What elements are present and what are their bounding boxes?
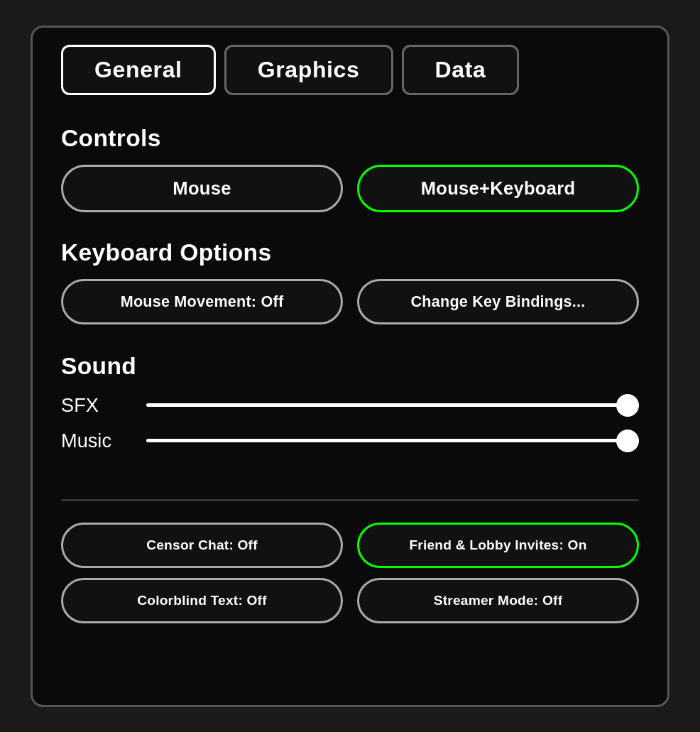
tab-general[interactable]: General — [61, 45, 216, 95]
mouse-keyboard-button[interactable]: Mouse+Keyboard — [357, 165, 639, 212]
streamer-mode-button[interactable]: Streamer Mode: Off — [357, 578, 639, 623]
controls-title: Controls — [61, 125, 639, 152]
sound-title: Sound — [61, 353, 639, 380]
tab-graphics[interactable]: Graphics — [224, 45, 393, 95]
sfx-row: SFX — [61, 393, 639, 418]
mouse-movement-button[interactable]: Mouse Movement: Off — [61, 279, 343, 324]
sfx-slider[interactable] — [146, 393, 639, 418]
tab-data[interactable]: Data — [402, 45, 520, 95]
music-slider[interactable] — [146, 428, 639, 454]
censor-chat-button[interactable]: Censor Chat: Off — [61, 523, 343, 568]
music-track — [146, 439, 639, 442]
tab-row: General Graphics Data — [61, 45, 639, 95]
bottom-row-1: Censor Chat: Off Friend & Lobby Invites:… — [61, 523, 639, 568]
music-label: Music — [61, 430, 132, 452]
music-thumb[interactable] — [616, 430, 639, 452]
sfx-track — [146, 403, 639, 407]
controls-row: Mouse Mouse+Keyboard — [61, 165, 639, 212]
divider — [61, 499, 639, 501]
change-key-bindings-button[interactable]: Change Key Bindings... — [357, 279, 639, 324]
keyboard-options-title: Keyboard Options — [61, 239, 639, 266]
colorblind-text-button[interactable]: Colorblind Text: Off — [61, 578, 343, 623]
sfx-thumb[interactable] — [616, 394, 639, 417]
bottom-row-2: Colorblind Text: Off Streamer Mode: Off — [61, 578, 639, 623]
settings-panel: General Graphics Data Controls Mouse Mou… — [31, 26, 669, 707]
friend-lobby-invites-button[interactable]: Friend & Lobby Invites: On — [357, 523, 639, 568]
keyboard-options-row: Mouse Movement: Off Change Key Bindings.… — [61, 279, 639, 324]
music-row: Music — [61, 428, 639, 454]
sfx-label: SFX — [61, 394, 132, 417]
bottom-buttons: Censor Chat: Off Friend & Lobby Invites:… — [61, 523, 639, 623]
sound-section: Sound SFX Music — [61, 346, 639, 464]
mouse-button[interactable]: Mouse — [61, 165, 343, 212]
